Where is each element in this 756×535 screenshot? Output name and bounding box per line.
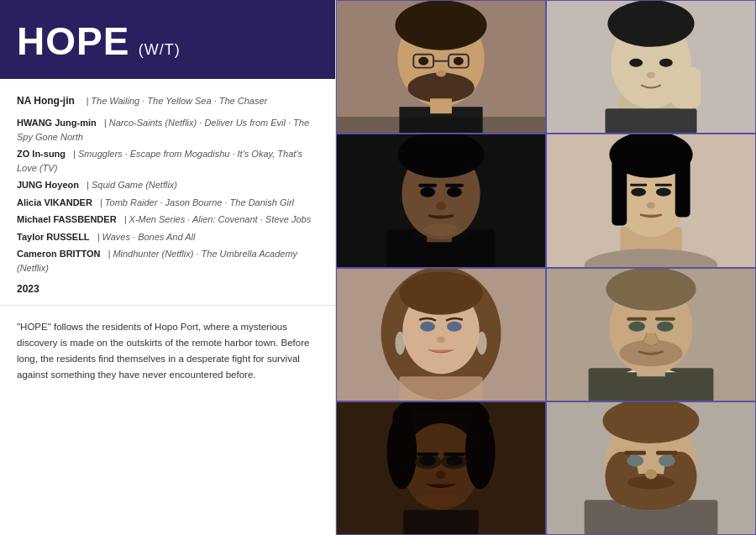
svg-point-99 — [645, 469, 657, 479]
svg-rect-60 — [589, 368, 714, 401]
svg-rect-37 — [620, 228, 681, 267]
svg-point-82 — [436, 470, 446, 479]
director-name: NA Hong-jin — [17, 95, 75, 107]
left-panel: HOPE (W/T) NA Hong-jin | The Wailing · T… — [0, 0, 336, 535]
svg-point-33 — [436, 202, 446, 211]
svg-rect-29 — [418, 184, 437, 187]
photo-zo-insung — [336, 134, 546, 267]
svg-rect-41 — [612, 159, 627, 225]
svg-point-81 — [446, 455, 463, 465]
photo-alicia-vikander — [336, 268, 546, 401]
svg-rect-58 — [547, 269, 755, 401]
svg-rect-59 — [547, 269, 755, 401]
cast-item-taylor: Taylor RUSSELL | Waves · Bones And All — [17, 230, 318, 244]
svg-point-38 — [585, 249, 718, 266]
svg-point-90 — [602, 402, 699, 443]
photo-na-hongjin — [336, 0, 546, 134]
svg-point-67 — [628, 321, 645, 331]
svg-point-40 — [609, 134, 692, 178]
svg-point-20 — [647, 72, 655, 79]
svg-rect-61 — [637, 361, 665, 376]
svg-point-94 — [627, 475, 675, 489]
svg-point-31 — [420, 187, 435, 197]
svg-rect-44 — [655, 184, 672, 186]
svg-rect-4 — [413, 55, 433, 68]
svg-rect-48 — [337, 269, 545, 401]
cast-credits: | Tomb Raider · Jason Bourne · The Danis… — [100, 197, 294, 207]
svg-rect-96 — [656, 451, 678, 455]
photo-jung-hoyeon — [546, 134, 756, 267]
svg-point-75 — [465, 414, 496, 489]
svg-point-83 — [416, 493, 466, 506]
svg-point-50 — [402, 287, 479, 374]
photo-grid — [336, 0, 756, 535]
svg-point-32 — [447, 187, 462, 197]
svg-rect-10 — [399, 107, 482, 133]
svg-rect-36 — [547, 134, 755, 266]
svg-point-1 — [397, 10, 484, 107]
svg-rect-69 — [337, 402, 545, 534]
cast-item-zo: ZO In-sung | Smugglers · Escape from Mog… — [17, 147, 318, 175]
svg-point-76 — [414, 454, 441, 469]
photo-michael-fassbender — [546, 268, 756, 401]
svg-point-92 — [605, 452, 638, 502]
cast-credits: | Squid Game (Netflix) — [87, 180, 177, 190]
svg-point-49 — [381, 269, 501, 400]
cast-name: Alicia VIKANDER — [17, 197, 92, 207]
svg-rect-14 — [547, 1, 755, 133]
svg-rect-95 — [624, 451, 646, 455]
svg-point-27 — [402, 148, 480, 239]
svg-point-19 — [659, 59, 673, 67]
cast-item-alicia: Alicia VIKANDER | Tomb Raider · Jason Bo… — [17, 196, 318, 210]
svg-rect-24 — [387, 230, 496, 267]
svg-rect-85 — [547, 402, 755, 534]
cast-name: Michael FASSBENDER — [17, 214, 117, 224]
svg-rect-57 — [399, 376, 482, 401]
cast-name: Taylor RUSSELL — [17, 232, 90, 242]
svg-rect-86 — [547, 402, 755, 534]
svg-point-54 — [420, 321, 435, 331]
svg-point-9 — [436, 71, 446, 77]
photo-hwang-jungmin — [546, 0, 756, 134]
svg-rect-70 — [337, 402, 545, 534]
svg-point-17 — [607, 1, 694, 47]
title-section: HOPE (W/T) — [0, 0, 335, 79]
svg-point-56 — [437, 336, 445, 343]
cast-name: ZO In-sung — [17, 149, 66, 159]
svg-point-73 — [402, 423, 479, 510]
svg-point-77 — [441, 454, 468, 469]
cast-credits: | Waves · Bones And All — [97, 232, 196, 242]
svg-rect-22 — [672, 67, 701, 109]
svg-point-97 — [627, 455, 643, 467]
svg-point-53 — [477, 331, 487, 354]
svg-point-45 — [631, 188, 646, 197]
svg-rect-21 — [605, 108, 696, 133]
svg-rect-35 — [547, 134, 755, 266]
photo-taylor-russell — [336, 401, 546, 535]
synopsis-section: "HOPE" follows the residents of Hopo Por… — [0, 306, 335, 535]
svg-point-46 — [656, 188, 671, 197]
svg-point-93 — [664, 452, 697, 502]
svg-point-63 — [606, 269, 696, 311]
synopsis-text: "HOPE" follows the residents of Hopo Por… — [17, 319, 318, 383]
cast-item-hwang: HWANG Jung-min | Narco-Saints (Netflix) … — [17, 116, 318, 144]
svg-point-64 — [619, 339, 682, 366]
year: 2023 — [17, 283, 318, 295]
svg-point-34 — [424, 223, 458, 237]
svg-point-7 — [418, 57, 428, 66]
svg-point-3 — [407, 73, 474, 103]
svg-point-18 — [629, 59, 643, 67]
svg-rect-42 — [675, 159, 690, 217]
svg-point-52 — [395, 331, 405, 354]
svg-point-68 — [657, 321, 674, 331]
director-credits: | The Wailing · The Yellow Sea · The Cha… — [83, 96, 267, 106]
svg-rect-26 — [427, 226, 452, 243]
svg-point-98 — [659, 455, 675, 467]
cast-item-jung: JUNG Hoyeon | Squid Game (Netflix) — [17, 178, 318, 192]
svg-rect-12 — [337, 117, 545, 133]
svg-rect-0 — [337, 1, 545, 133]
svg-rect-15 — [617, 96, 684, 133]
title-subtitle: (W/T) — [139, 41, 181, 58]
svg-point-62 — [609, 281, 692, 375]
cast-item-cameron: Cameron BRITTON | Mindhunter (Netflix) ·… — [17, 247, 318, 275]
